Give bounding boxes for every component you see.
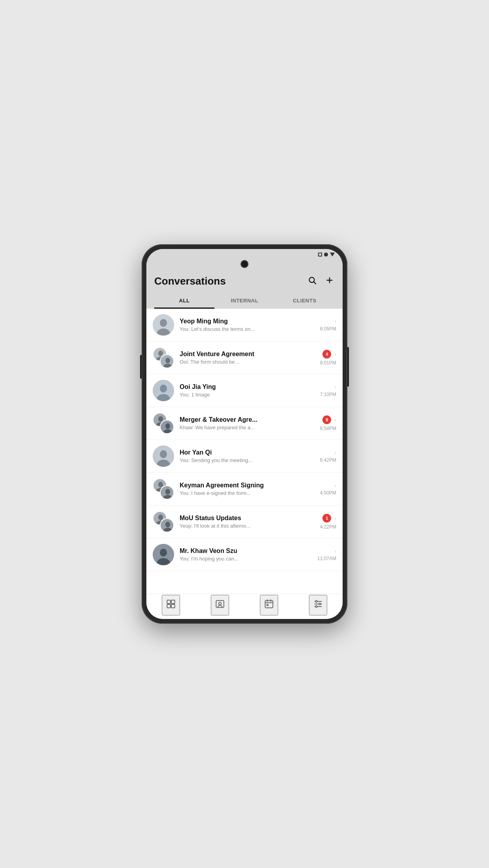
avatar — [153, 478, 174, 500]
list-item[interactable]: Keyman Agreement Signing You: I have e-s… — [146, 473, 343, 506]
phone-device: Conversations — [142, 244, 347, 624]
conversation-preview: Khaw: We have prepared the a... — [180, 425, 315, 430]
list-item[interactable]: MoU Status Updates Yeop: I'll look at it… — [146, 506, 343, 538]
conversation-meta: › 7:10PM — [320, 384, 336, 397]
svg-line-1 — [314, 282, 316, 284]
svg-point-20 — [165, 423, 170, 429]
unread-badge: 1 — [322, 514, 331, 523]
svg-rect-43 — [171, 604, 175, 608]
conversation-name: Hor Yan Qi — [180, 449, 315, 456]
chevron-right-icon: › — [334, 548, 336, 554]
list-item[interactable]: Yeop Ming Ming You: Let's discuss the te… — [146, 309, 343, 342]
svg-point-55 — [319, 603, 320, 604]
group-avatar-2 — [160, 354, 174, 368]
chevron-right-icon: › — [334, 417, 336, 423]
header-top: Conversations — [154, 275, 335, 292]
conversation-time: 8:01PM — [320, 360, 336, 366]
conversation-meta: › 8:05PM — [320, 318, 336, 332]
svg-point-54 — [316, 600, 317, 602]
conversation-content: MoU Status Updates Yeop: I'll look at it… — [180, 515, 315, 529]
conversation-preview: You: I'm hoping you can... — [180, 556, 312, 562]
conversation-time: 6:54PM — [320, 426, 336, 431]
list-item[interactable]: Hor Yan Qi You: Sending you the meeting.… — [146, 440, 343, 473]
nav-calendar-button[interactable] — [260, 595, 278, 615]
conversation-meta: › 11:07AM — [317, 548, 336, 561]
conversation-meta: › 4:50PM — [320, 482, 336, 496]
chevron-right-icon: › — [334, 482, 336, 489]
volume-button — [140, 355, 142, 379]
add-button[interactable] — [324, 275, 335, 287]
list-item[interactable]: Ooi Jia Ying You: 1 Image › 7:10PM — [146, 374, 343, 407]
conversation-name: Yeop Ming Ming — [180, 318, 315, 325]
list-item[interactable]: Merger & Takeover Agre... Khaw: We have … — [146, 407, 343, 440]
conversation-content: Merger & Takeover Agre... Khaw: We have … — [180, 416, 315, 430]
group-avatar-2 — [160, 420, 174, 434]
svg-point-11 — [165, 358, 170, 363]
conversation-meta: 1 › 4:22PM — [320, 514, 336, 530]
conversation-meta: › 6:42PM — [320, 449, 336, 463]
avatar — [153, 413, 174, 434]
conversation-content: Mr. Khaw Veon Szu You: I'm hoping you ca… — [180, 547, 312, 562]
svg-rect-46 — [265, 600, 273, 608]
unread-badge: 8 — [322, 415, 331, 424]
page-title: Conversations — [154, 275, 226, 287]
conversation-preview: You: Sending you the meeting... — [180, 457, 315, 463]
conversation-time: 11:07AM — [317, 556, 336, 561]
svg-point-14 — [160, 385, 167, 392]
svg-point-45 — [219, 602, 222, 605]
conversation-meta: 8 › 6:54PM — [320, 415, 336, 431]
conversation-name: Joint Venture Agreement — [180, 351, 315, 358]
conversation-preview: You: Let's discuss the terms on... — [180, 326, 315, 332]
conversation-name: Keyman Agreement Signing — [180, 482, 315, 489]
avatar — [153, 314, 174, 336]
status-icons — [318, 253, 335, 257]
bottom-nav — [146, 594, 343, 619]
search-button[interactable] — [307, 275, 317, 287]
avatar — [153, 347, 174, 368]
conversation-preview: You: 1 Image — [180, 392, 315, 398]
conversation-content: Keyman Agreement Signing You: I have e-s… — [180, 482, 315, 496]
nav-settings-button[interactable] — [309, 595, 327, 615]
chevron-right-icon: › — [334, 449, 336, 456]
conversation-preview: Yeop: I'll look at it this afterno... — [180, 523, 315, 529]
avatar — [153, 445, 174, 467]
tab-internal[interactable]: INTERNAL — [214, 294, 275, 309]
conversation-preview: You: I have e-signed the form... — [180, 490, 315, 496]
list-item[interactable]: Joint Venture Agreement Ooi: The form sh… — [146, 342, 343, 374]
battery-icon — [318, 253, 322, 257]
camera-notch — [146, 260, 343, 271]
svg-rect-44 — [216, 600, 224, 607]
nav-conversations-button[interactable] — [162, 595, 180, 615]
group-avatar-2 — [160, 518, 174, 532]
header: Conversations — [146, 271, 343, 309]
conversation-time: 4:50PM — [320, 490, 336, 496]
conversation-name: MoU Status Updates — [180, 515, 315, 522]
conversation-name: Mr. Khaw Veon Szu — [180, 547, 312, 555]
conversation-time: 8:05PM — [320, 326, 336, 332]
conversation-time: 4:22PM — [320, 524, 336, 530]
conversation-name: Merger & Takeover Agre... — [180, 416, 315, 423]
svg-point-29 — [165, 489, 170, 494]
conversation-content: Yeop Ming Ming You: Let's discuss the te… — [180, 318, 315, 332]
nav-contacts-button[interactable] — [211, 595, 229, 615]
avatar — [153, 544, 174, 565]
list-item[interactable]: Mr. Khaw Veon Szu You: I'm hoping you ca… — [146, 538, 343, 571]
chevron-right-icon: › — [334, 318, 336, 325]
tab-clients[interactable]: CLIENTS — [275, 294, 335, 309]
svg-rect-40 — [167, 600, 171, 604]
chevron-right-icon: › — [334, 351, 336, 357]
chevron-right-icon: › — [334, 515, 336, 521]
svg-rect-41 — [171, 600, 175, 604]
svg-point-23 — [160, 450, 167, 458]
svg-rect-50 — [267, 604, 268, 606]
conversation-content: Joint Venture Agreement Ooi: The form sh… — [180, 351, 315, 365]
unread-badge: 4 — [322, 350, 331, 359]
tab-all[interactable]: ALL — [154, 294, 214, 309]
tabs-bar: ALL INTERNAL CLIENTS — [154, 294, 335, 309]
front-camera — [241, 260, 248, 268]
conversation-preview: Ooi: The form should be... — [180, 359, 315, 365]
person-silhouette — [153, 314, 174, 336]
conversation-list: Yeop Ming Ming You: Let's discuss the te… — [146, 309, 343, 594]
conversation-name: Ooi Jia Ying — [180, 383, 315, 391]
power-button — [347, 347, 349, 387]
